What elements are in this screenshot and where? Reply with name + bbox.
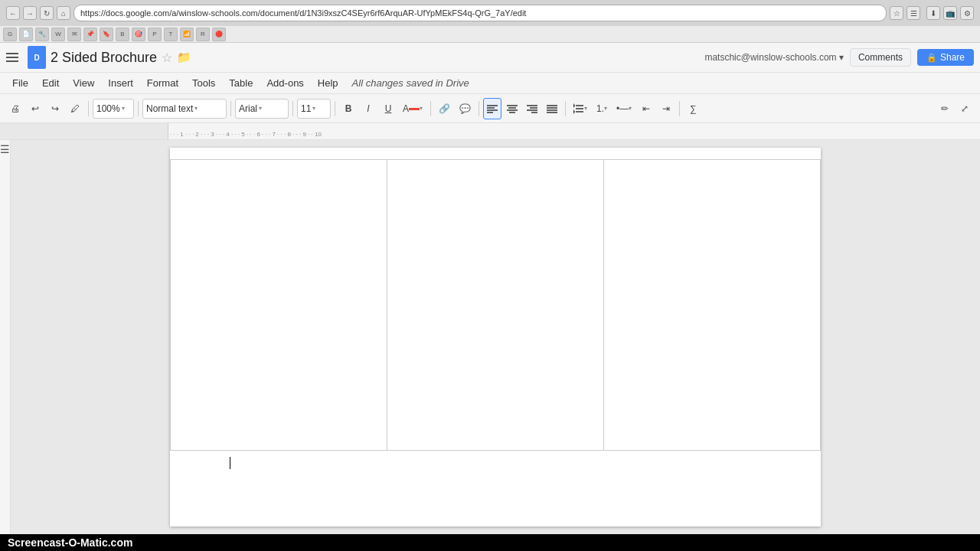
bookmark-button[interactable]: ☆ (890, 6, 903, 20)
sep-4 (292, 101, 293, 116)
table-cell-1[interactable] (171, 160, 387, 451)
toolbar: 🖨 ↩ ↪ 🖊 100% ▾ Normal text ▾ Arial ▾ 11 … (0, 94, 980, 123)
size-dropdown-arrow: ▾ (312, 105, 315, 112)
menu-insert[interactable]: Insert (102, 76, 139, 90)
svg-marker-20 (573, 109, 575, 114)
cast-icon: 📺 (943, 6, 957, 20)
ext-6: 📌 (83, 28, 97, 41)
font-select[interactable]: Arial ▾ (235, 99, 289, 119)
align-justify-button[interactable] (543, 98, 561, 119)
settings-icon[interactable]: ⚙ (960, 6, 974, 20)
content-area: ☰ (0, 140, 980, 534)
zoom-dropdown-arrow: ▾ (122, 105, 125, 112)
line-spacing-arrow: ▾ (584, 105, 587, 112)
ext-4: W (51, 28, 65, 41)
font-size-select[interactable]: 11 ▾ (297, 99, 331, 119)
font-dropdown-arrow: ▾ (259, 105, 262, 112)
share-button[interactable]: 🔒 Share (917, 49, 974, 66)
text-color-arrow: ▾ (420, 105, 423, 112)
text-color-button[interactable]: A ▾ (399, 98, 426, 119)
document-canvas[interactable] (11, 140, 980, 534)
sep-9 (679, 101, 680, 116)
numbered-list-button[interactable]: 1. ▾ (593, 98, 611, 119)
text-color-indicator (409, 108, 420, 110)
ext-12: 📶 (180, 28, 194, 41)
pen-tool-button[interactable]: ✏ (936, 98, 954, 119)
comment-button[interactable]: 💬 (456, 98, 475, 119)
sep-5 (335, 101, 335, 116)
sep-6 (430, 101, 431, 116)
header-right: matschic@winslow-schools.com ▾ Comments … (704, 48, 974, 67)
bulleted-list-button[interactable]: •— ▾ (612, 98, 635, 119)
extension-bar: G 📄 🔧 W ✉ 📌 🔖 B 🎯 P T 📶 R 🔴 (0, 26, 980, 43)
back-button[interactable]: ← (6, 6, 20, 20)
sep-2 (138, 101, 139, 116)
header-left: D 2 Sided Brochure ☆ 📁 (6, 46, 191, 69)
line-spacing-button[interactable]: ▾ (570, 98, 591, 119)
decrease-indent-button[interactable]: ⇤ (637, 98, 655, 119)
menu-table[interactable]: Table (223, 76, 259, 90)
ext-8: B (116, 28, 129, 41)
ext-14: 🔴 (212, 28, 226, 41)
table-row (171, 160, 821, 451)
lock-icon: 🔒 (926, 53, 937, 63)
home-button[interactable]: ⌂ (57, 6, 70, 20)
format-paint-button[interactable]: 🖊 (66, 98, 84, 119)
gdocs-app: D 2 Sided Brochure ☆ 📁 matschic@winslow-… (0, 43, 980, 534)
ext-11: T (164, 28, 178, 41)
style-select[interactable]: Normal text ▾ (142, 99, 227, 119)
autosave-status: All changes saved in Drive (352, 77, 469, 89)
print-button[interactable]: 🖨 (6, 98, 24, 119)
menu-help[interactable]: Help (312, 76, 345, 90)
ruler: · · · 1 · · · 2 · · · 3 · · · 4 · · · 5 … (0, 123, 980, 140)
menu-file[interactable]: File (6, 76, 34, 90)
redo-button[interactable]: ↪ (46, 98, 64, 119)
browser-nav-bar: ← → ↻ ⌂ https://docs.google.com/a/winslo… (0, 0, 980, 26)
comments-button[interactable]: Comments (850, 48, 911, 67)
table-cell-3[interactable] (604, 160, 821, 451)
watermark-text: Screencast-O-Matic.com (8, 536, 132, 549)
align-center-button[interactable] (503, 98, 521, 119)
menu-bar: File Edit View Insert Format Tools Table… (0, 73, 980, 94)
address-bar[interactable]: https://docs.google.com/a/winslow-school… (74, 5, 887, 21)
refresh-button[interactable]: ↻ (40, 6, 54, 20)
svg-marker-19 (573, 103, 575, 108)
link-button[interactable]: 🔗 (435, 98, 454, 119)
folder-icon[interactable]: 📁 (177, 51, 191, 64)
extensions-button[interactable]: ☰ (906, 6, 920, 20)
cursor-area (170, 451, 821, 474)
docs-logo: D (28, 46, 46, 69)
star-icon[interactable]: ☆ (162, 51, 172, 65)
forward-button[interactable]: → (23, 6, 37, 20)
underline-button[interactable]: U (379, 98, 397, 119)
brochure-table (170, 159, 821, 451)
table-cell-2[interactable] (387, 160, 604, 451)
text-cursor (230, 457, 230, 469)
sep-1 (88, 101, 89, 116)
italic-button[interactable]: I (359, 98, 377, 119)
menu-addons[interactable]: Add-ons (260, 76, 309, 90)
bold-button[interactable]: B (339, 98, 358, 119)
ruler-main: · · · 1 · · · 2 · · · 3 · · · 4 · · · 5 … (168, 123, 980, 139)
menu-edit[interactable]: Edit (36, 76, 65, 90)
ext-2: 📄 (19, 28, 33, 41)
increase-indent-button[interactable]: ⇥ (657, 98, 675, 119)
zoom-select[interactable]: 100% ▾ (93, 99, 134, 119)
menu-format[interactable]: Format (141, 76, 185, 90)
watermark-bar: Screencast-O-Matic.com (0, 534, 980, 551)
special-chars-button[interactable]: ∑ (684, 98, 702, 119)
ext-7: 🔖 (100, 28, 113, 41)
align-right-button[interactable] (523, 98, 541, 119)
expand-button[interactable]: ⤢ (956, 98, 974, 119)
ext-10: P (148, 28, 162, 41)
browser-chrome: ← → ↻ ⌂ https://docs.google.com/a/winslo… (0, 0, 980, 43)
sidebar-menu-icon[interactable]: ☰ (0, 143, 10, 155)
ext-9: 🎯 (132, 28, 145, 41)
hamburger-icon[interactable] (6, 53, 20, 62)
app-header: D 2 Sided Brochure ☆ 📁 matschic@winslow-… (0, 43, 980, 73)
download-button[interactable]: ⬇ (926, 6, 940, 20)
align-left-button[interactable] (483, 98, 501, 119)
undo-button[interactable]: ↩ (26, 98, 44, 119)
menu-view[interactable]: View (67, 76, 100, 90)
menu-tools[interactable]: Tools (186, 76, 221, 90)
